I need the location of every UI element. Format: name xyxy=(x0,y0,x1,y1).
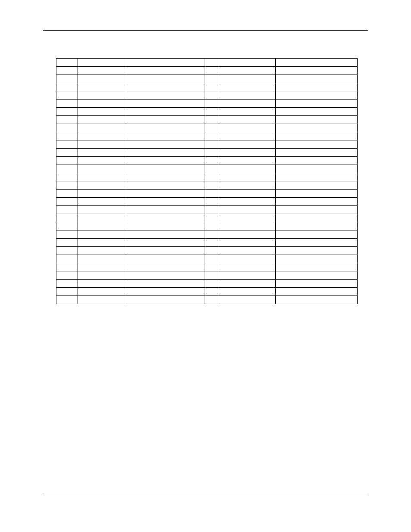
table-cell xyxy=(78,222,126,230)
table-cell xyxy=(275,165,357,173)
table-cell xyxy=(275,247,357,255)
table-cell xyxy=(78,100,126,108)
table-row xyxy=(56,181,358,190)
table-cell xyxy=(56,67,78,75)
table-row xyxy=(56,149,358,157)
table-cell xyxy=(78,75,126,83)
table-cell xyxy=(126,280,205,288)
table-cell xyxy=(126,271,205,280)
table-cell xyxy=(219,222,275,230)
table-cell xyxy=(126,116,205,124)
table-cell xyxy=(78,108,126,116)
table-cell xyxy=(219,198,275,206)
table-cell xyxy=(205,149,219,157)
table-cell xyxy=(126,263,205,271)
table-cell xyxy=(275,280,357,288)
table-cell xyxy=(205,230,219,239)
table-cell xyxy=(78,165,126,173)
table-cell xyxy=(205,59,219,67)
table-cell xyxy=(126,198,205,206)
table-cell xyxy=(219,59,275,67)
table-cell xyxy=(205,214,219,222)
table-cell xyxy=(205,263,219,271)
table-cell xyxy=(205,83,219,91)
table-row xyxy=(56,108,358,116)
table-cell xyxy=(78,206,126,214)
table-cell xyxy=(219,116,275,124)
table-cell xyxy=(56,296,78,304)
table-cell xyxy=(219,67,275,75)
table-cell xyxy=(78,157,126,165)
table-cell xyxy=(219,132,275,140)
table-row xyxy=(56,255,358,263)
table-cell xyxy=(219,288,275,296)
table-cell xyxy=(56,116,78,124)
table-cell xyxy=(78,116,126,124)
table-cell xyxy=(205,173,219,181)
table-cell xyxy=(275,239,357,247)
table-cell xyxy=(56,239,78,247)
table-cell xyxy=(126,83,205,91)
table-cell xyxy=(56,140,78,149)
table-cell xyxy=(56,100,78,108)
table-cell xyxy=(219,206,275,214)
table-cell xyxy=(56,173,78,181)
table-cell xyxy=(205,116,219,124)
table-row xyxy=(56,124,358,132)
table-cell xyxy=(56,190,78,198)
table-cell xyxy=(205,91,219,100)
table-cell xyxy=(275,198,357,206)
table-cell xyxy=(205,181,219,190)
table-cell xyxy=(56,280,78,288)
table-cell xyxy=(78,280,126,288)
table-cell xyxy=(275,149,357,157)
table-cell xyxy=(56,255,78,263)
table-row xyxy=(56,59,358,67)
table-row xyxy=(56,198,358,206)
table-cell xyxy=(78,255,126,263)
table-cell xyxy=(275,116,357,124)
table-cell xyxy=(275,190,357,198)
table-cell xyxy=(78,198,126,206)
table-cell xyxy=(126,222,205,230)
table-cell xyxy=(219,165,275,173)
table-cell xyxy=(126,140,205,149)
table-cell xyxy=(219,296,275,304)
table-cell xyxy=(126,296,205,304)
table-cell xyxy=(56,59,78,67)
table-row xyxy=(56,165,358,173)
table-cell xyxy=(219,140,275,149)
table-cell xyxy=(56,124,78,132)
table-cell xyxy=(56,108,78,116)
table-cell xyxy=(275,173,357,181)
table-row xyxy=(56,91,358,100)
table-cell xyxy=(56,288,78,296)
table-row xyxy=(56,116,358,124)
table-row xyxy=(56,206,358,214)
table-cell xyxy=(56,230,78,239)
table-cell xyxy=(219,75,275,83)
table-row xyxy=(56,157,358,165)
table-cell xyxy=(78,59,126,67)
table-row xyxy=(56,173,358,181)
table-cell xyxy=(78,132,126,140)
table-cell xyxy=(205,124,219,132)
table-cell xyxy=(275,214,357,222)
header-rule xyxy=(43,30,368,31)
table-cell xyxy=(219,181,275,190)
table-cell xyxy=(205,108,219,116)
table-cell xyxy=(56,222,78,230)
table-cell xyxy=(126,157,205,165)
page xyxy=(0,0,411,532)
table-cell xyxy=(78,214,126,222)
table-cell xyxy=(205,255,219,263)
table-cell xyxy=(205,132,219,140)
table-cell xyxy=(219,230,275,239)
table-row xyxy=(56,140,358,149)
table-cell xyxy=(126,165,205,173)
table-row xyxy=(56,214,358,222)
table-row xyxy=(56,296,358,304)
table-cell xyxy=(275,230,357,239)
table-cell xyxy=(275,100,357,108)
table-cell xyxy=(126,239,205,247)
